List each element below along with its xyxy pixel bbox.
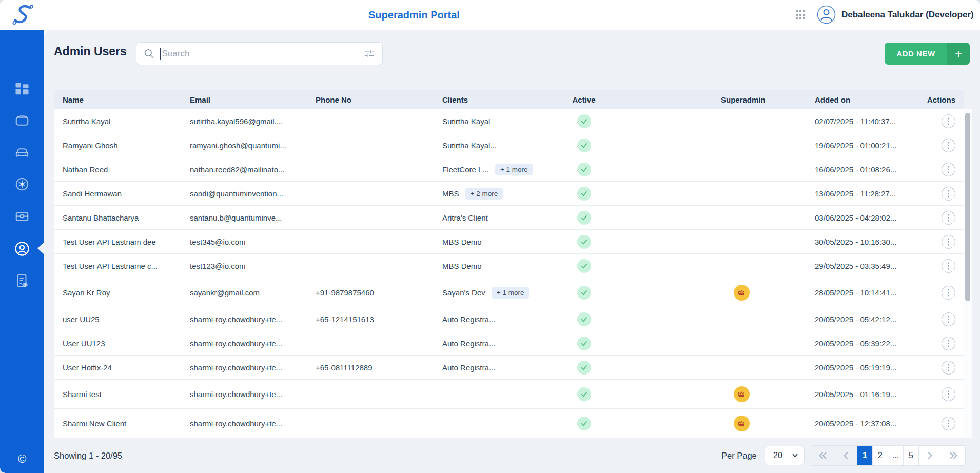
chevron-down-icon: [792, 454, 798, 458]
col-header-actions: Actions: [923, 95, 964, 104]
cell-actions: [923, 286, 964, 300]
per-page-select[interactable]: 20: [765, 446, 805, 465]
cell-actions: [923, 114, 964, 128]
superadmin-crown-icon: [734, 285, 750, 301]
sidebar-item-admin-users-icon[interactable]: [14, 241, 30, 257]
cell-name: User Hotfix-24: [63, 363, 190, 372]
row-actions-kebab-button[interactable]: [942, 187, 955, 201]
cell-added-on: 20/05/2025 - 05:42:12...: [815, 315, 923, 324]
row-actions-kebab-button[interactable]: [942, 235, 955, 249]
sidebar-item-car-icon[interactable]: [14, 145, 30, 160]
cell-actions: [923, 387, 964, 401]
cell-active: [567, 417, 721, 430]
add-new-button[interactable]: ADD NEW +: [885, 43, 970, 65]
apps-grid-icon[interactable]: [795, 10, 806, 20]
page-ellipsis-button[interactable]: ...: [888, 446, 904, 465]
cell-clients: Auto Registra...: [442, 363, 567, 372]
cell-actions: [923, 139, 964, 152]
showing-count-label: Showing 1 - 20/95: [54, 438, 122, 473]
active-check-icon: [577, 337, 591, 350]
cell-active: [567, 163, 721, 176]
brand-logo-icon: [11, 3, 35, 27]
page-button-5[interactable]: 5: [904, 446, 919, 465]
portal-title: Superadmin Portal: [368, 0, 460, 30]
cell-email: test345@io.com: [190, 238, 316, 246]
page-button-1[interactable]: 1: [857, 446, 873, 465]
last-page-button[interactable]: [942, 446, 965, 465]
table-row: Sayan Kr Roy sayankr@gmail.com +91-98798…: [54, 278, 964, 307]
active-check-icon: [577, 312, 591, 326]
cell-added-on: 03/06/2025 - 04:28:02...: [815, 213, 923, 222]
row-actions-kebab-button[interactable]: [942, 387, 955, 401]
cell-clients: FleetCore L... + 1 more: [442, 164, 567, 175]
more-clients-badge[interactable]: + 1 more: [492, 287, 530, 299]
filter-sliders-icon[interactable]: [364, 48, 375, 60]
table-row: Sutirtha Kayal sutirtha.kayal596@gmail..…: [54, 109, 964, 133]
cell-clients: Sutirtha Kayal: [442, 117, 567, 126]
cell-phone: +65-1214151613: [316, 315, 442, 324]
active-check-icon: [577, 139, 591, 152]
cell-added-on: 20/05/2025 - 12:37:08...: [815, 419, 923, 428]
cell-superadmin: [721, 416, 815, 431]
client-name: Auto Registra...: [442, 363, 495, 372]
page-button-2[interactable]: 2: [873, 446, 888, 465]
cell-active: [567, 259, 721, 273]
client-name: FleetCore L...: [442, 165, 489, 174]
cell-email: sharmi-roy.chowdhury+te...: [190, 390, 316, 399]
user-avatar-icon[interactable]: [817, 5, 836, 24]
table-header-row: Name Email Phone No Clients Active Super…: [54, 90, 964, 109]
row-actions-kebab-button[interactable]: [942, 259, 955, 273]
cell-active: [567, 211, 721, 225]
sidebar-item-dashboard-icon[interactable]: [14, 81, 30, 96]
cell-clients: MBS Demo: [442, 262, 567, 270]
sidebar-item-card-box-icon[interactable]: [14, 113, 30, 128]
row-actions-kebab-button[interactable]: [942, 139, 955, 152]
main-content: Admin Users ADD NEW + Name Email Phone N…: [44, 30, 980, 473]
next-page-button[interactable]: [919, 446, 942, 465]
row-actions-kebab-button[interactable]: [942, 114, 955, 128]
superadmin-portal-app: Superadmin Portal Debaleena Talukdar (De…: [0, 0, 980, 473]
more-clients-badge[interactable]: + 1 more: [495, 164, 533, 175]
cell-email: test123@io.com: [190, 262, 316, 270]
active-check-icon: [577, 387, 591, 401]
table-body: Sutirtha Kayal sutirtha.kayal596@gmail..…: [54, 109, 964, 438]
cell-name: Sutirtha Kayal: [63, 117, 190, 126]
cell-email: sandi@quantuminvention...: [190, 189, 316, 198]
add-new-label: ADD NEW: [885, 43, 947, 65]
cell-superadmin: [721, 285, 815, 301]
superadmin-crown-icon: [734, 386, 750, 402]
cell-actions: [923, 235, 964, 249]
vertical-scrollbar-thumb[interactable]: [965, 113, 970, 301]
sidebar-item-wheel-fan-icon[interactable]: [14, 176, 30, 192]
more-clients-badge[interactable]: + 2 more: [465, 188, 503, 200]
cell-added-on: 20/05/2025 - 01:16:19...: [815, 390, 923, 399]
col-header-active: Active: [567, 95, 601, 104]
sidebar-item-toolbox-icon[interactable]: [14, 208, 30, 224]
row-actions-kebab-button[interactable]: [942, 417, 955, 430]
cell-email: sharmi-roy.chowdhury+te...: [190, 419, 316, 428]
row-actions-kebab-button[interactable]: [942, 211, 955, 225]
cell-actions: [923, 211, 964, 225]
cell-superadmin: [721, 386, 815, 402]
current-user-name[interactable]: Debaleena Talukdar (Developer): [841, 0, 974, 30]
search-input[interactable]: [161, 43, 364, 65]
client-name: Auto Registra...: [442, 339, 495, 348]
sidebar-item-report-doc-icon[interactable]: [14, 273, 30, 288]
cell-clients: MBS Demo: [442, 238, 567, 246]
client-name: Sutirtha Kayal...: [442, 141, 497, 150]
row-actions-kebab-button[interactable]: [942, 163, 955, 176]
table-row: Nathan Reed nathan.reed82@mailinato... F…: [54, 157, 964, 182]
row-actions-kebab-button[interactable]: [942, 286, 955, 300]
table-row: Sandi Hermawan sandi@quantuminvention...…: [54, 182, 964, 206]
per-page-label: Per Page: [721, 438, 757, 473]
cell-added-on: 30/05/2025 - 10:16:30...: [815, 238, 923, 246]
first-page-button[interactable]: [811, 446, 834, 465]
row-actions-kebab-button[interactable]: [942, 361, 955, 375]
row-actions-kebab-button[interactable]: [942, 337, 955, 350]
active-check-icon: [577, 211, 591, 225]
vertical-scrollbar-track: [964, 109, 972, 438]
cell-added-on: 13/06/2025 - 11:28:27...: [815, 189, 923, 198]
prev-page-button[interactable]: [834, 446, 857, 465]
row-actions-kebab-button[interactable]: [942, 312, 955, 326]
copyright-icon[interactable]: ©: [0, 452, 44, 466]
